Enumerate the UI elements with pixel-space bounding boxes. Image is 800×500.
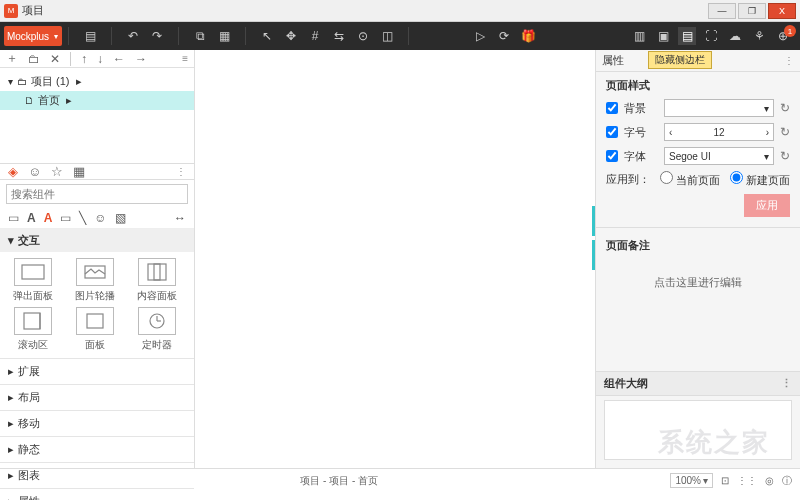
button-icon[interactable]: ▭: [60, 211, 71, 225]
cat-mobile[interactable]: ▸移动: [0, 410, 194, 436]
expand-icon[interactable]: ⛶: [702, 27, 720, 45]
font-field[interactable]: Segoe UI▾: [664, 147, 774, 165]
outdent-icon[interactable]: ←: [113, 52, 125, 66]
panel-menu-icon[interactable]: ⋮: [784, 55, 794, 66]
link-icon[interactable]: ⇆: [330, 27, 348, 45]
move-up-icon[interactable]: ↑: [81, 52, 87, 66]
outline-title: 组件大纲: [604, 376, 648, 391]
cloud-icon[interactable]: ☁: [726, 27, 744, 45]
svg-rect-4: [24, 313, 40, 329]
comp-panel[interactable]: 面板: [66, 307, 124, 352]
comment-icon[interactable]: ⊙: [354, 27, 372, 45]
move-down-icon[interactable]: ↓: [97, 52, 103, 66]
radio-new-pages[interactable]: 新建页面: [730, 171, 790, 188]
cursor-icon[interactable]: ↖: [258, 27, 276, 45]
font-checkbox[interactable]: [606, 150, 618, 162]
lib-favorites-icon[interactable]: ☆: [51, 164, 63, 179]
properties-tab[interactable]: 属性: [602, 53, 624, 68]
ungroup-icon[interactable]: ▦: [215, 27, 233, 45]
smiley-icon[interactable]: ☺: [94, 211, 106, 225]
lib-more-icon[interactable]: ⋮: [176, 166, 186, 177]
comp-timer[interactable]: 定时器: [128, 307, 186, 352]
sidebar-left-icon[interactable]: ▥: [630, 27, 648, 45]
restore-button[interactable]: ❐: [738, 3, 766, 19]
add-folder-icon[interactable]: 🗀: [28, 52, 40, 66]
bg-reset-icon[interactable]: ↻: [780, 101, 790, 115]
component-search-input[interactable]: [6, 184, 188, 204]
export-icon[interactable]: 🎁: [519, 27, 537, 45]
sync-icon[interactable]: ⟳: [495, 27, 513, 45]
cat-extend[interactable]: ▸扩展: [0, 358, 194, 384]
folder-icon: 🗀: [17, 76, 27, 87]
group-icon[interactable]: ⧉: [191, 27, 209, 45]
font-reset-icon[interactable]: ↻: [780, 149, 790, 163]
resize-handle-b[interactable]: [592, 240, 595, 270]
pages-menu-icon[interactable]: ≡: [182, 53, 188, 64]
indent-icon[interactable]: →: [135, 52, 147, 66]
apply-button[interactable]: 应用: [744, 194, 790, 217]
comp-carousel[interactable]: 图片轮播: [66, 258, 124, 303]
notification-badge[interactable]: 1: [784, 25, 796, 37]
cat-layout[interactable]: ▸布局: [0, 384, 194, 410]
grid-icon[interactable]: #: [306, 27, 324, 45]
add-page-icon[interactable]: ＋: [6, 50, 18, 67]
info-icon[interactable]: ⓘ: [782, 474, 792, 488]
bg-color-field[interactable]: ▾: [664, 99, 774, 117]
cat-chart[interactable]: ▸图表: [0, 462, 194, 488]
close-button[interactable]: X: [768, 3, 796, 19]
rect-icon[interactable]: ▭: [8, 211, 19, 225]
fontsize-field[interactable]: ‹12›: [664, 123, 774, 141]
main-toolbar: Mockplus ▤ ↶ ↷ ⧉ ▦ ↖ ✥ # ⇆ ⊙ ◫ ▷ ⟳ 🎁 ▥ ▣…: [0, 22, 800, 50]
file-icon[interactable]: ▤: [81, 27, 99, 45]
minimize-button[interactable]: —: [708, 3, 736, 19]
zoom-control[interactable]: 100%▾: [670, 473, 713, 488]
bg-checkbox[interactable]: [606, 102, 618, 114]
image-shape-icon[interactable]: ▧: [115, 211, 126, 225]
right-panel: 属性 隐藏侧边栏 ⋮ 页面样式 背景 ▾ ↻ 字号 ‹12› ↻ 字体 Sego…: [595, 50, 800, 468]
move-icon[interactable]: ✥: [282, 27, 300, 45]
snap-icon[interactable]: ◎: [765, 475, 774, 486]
cat-props[interactable]: ▸属性: [0, 488, 194, 500]
lib-components-icon[interactable]: ◈: [8, 164, 18, 179]
resize-handle-a[interactable]: [592, 206, 595, 236]
design-canvas[interactable]: [195, 50, 595, 468]
fontsize-checkbox[interactable]: [606, 126, 618, 138]
play-icon[interactable]: ▷: [471, 27, 489, 45]
preview-icon[interactable]: ▣: [654, 27, 672, 45]
category-list: ▸扩展 ▸布局 ▸移动 ▸静态 ▸图表 ▸属性: [0, 358, 194, 500]
comp-scroll-area[interactable]: 滚动区: [4, 307, 62, 352]
tree-project[interactable]: ▾ 🗀 项目 (1) ▸: [0, 72, 194, 91]
undo-icon[interactable]: ↶: [124, 27, 142, 45]
text-icon[interactable]: A: [27, 211, 36, 225]
project-name: 项目 (1): [31, 74, 70, 89]
bg-label: 背景: [624, 101, 658, 116]
line-icon[interactable]: ╲: [79, 211, 86, 225]
image-icon[interactable]: ◫: [378, 27, 396, 45]
fontsize-reset-icon[interactable]: ↻: [780, 125, 790, 139]
radio-current-page[interactable]: 当前页面: [660, 171, 720, 188]
remark-editor[interactable]: 点击这里进行编辑: [606, 259, 790, 306]
category-interact[interactable]: ▾ 交互: [0, 229, 194, 252]
tree-page-home[interactable]: 🗋 首页 ▸: [0, 91, 194, 110]
outline-tree[interactable]: [604, 400, 792, 461]
comp-popup-panel[interactable]: 弹出面板: [4, 258, 62, 303]
cat-static[interactable]: ▸静态: [0, 436, 194, 462]
ruler-icon[interactable]: ⋮⋮: [737, 475, 757, 486]
lib-icons-icon[interactable]: ☺: [28, 164, 41, 179]
text-color-icon[interactable]: A: [44, 211, 53, 225]
delete-icon[interactable]: ✕: [50, 52, 60, 66]
quick-shapes: ▭ A A ▭ ╲ ☺ ▧ ↔: [0, 208, 194, 229]
fit-icon[interactable]: ⊡: [721, 475, 729, 486]
hide-sidebar-tooltip: 隐藏侧边栏: [648, 51, 712, 69]
more-shapes-icon[interactable]: ↔: [174, 211, 186, 225]
page-name: 首页: [38, 93, 60, 108]
svg-rect-6: [87, 314, 103, 328]
brand-menu[interactable]: Mockplus: [4, 26, 62, 46]
pages-toolbar: ＋ 🗀 ✕ ↑ ↓ ← → ≡: [0, 50, 194, 68]
share-icon[interactable]: ⚘: [750, 27, 768, 45]
redo-icon[interactable]: ↷: [148, 27, 166, 45]
lib-masters-icon[interactable]: ▦: [73, 164, 85, 179]
comp-content-panel[interactable]: 内容面板: [128, 258, 186, 303]
outline-menu-icon[interactable]: ⋮: [781, 377, 792, 390]
sidebar-right-icon[interactable]: ▤: [678, 27, 696, 45]
